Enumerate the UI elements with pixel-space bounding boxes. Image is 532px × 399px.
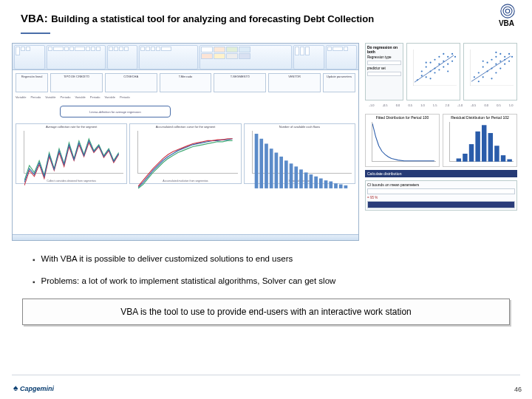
- svg-point-47: [443, 53, 444, 55]
- svg-point-71: [482, 61, 484, 62]
- control-line-label: Regression type: [367, 55, 401, 59]
- title-sub: Building a statistical tool for analyzin…: [51, 13, 374, 24]
- svg-point-1: [503, 7, 512, 16]
- axis-ticks: -1.0-0.50.00.51.01.52.0-1.0-0.50.00.51.0: [365, 103, 517, 111]
- svg-point-39: [447, 56, 449, 58]
- svg-rect-15: [314, 177, 318, 188]
- bullet-text: Problems: a lot of work to implement sta…: [41, 276, 336, 288]
- svg-rect-19: [334, 183, 338, 188]
- svg-point-42: [451, 61, 453, 62]
- svg-point-68: [508, 53, 510, 55]
- svg-point-53: [478, 72, 480, 73]
- svg-rect-21: [344, 185, 347, 188]
- svg-point-43: [454, 56, 456, 58]
- svg-point-48: [447, 70, 449, 72]
- svg-point-27: [421, 70, 423, 72]
- slide-title: VBA: Building a statistical tool for ana…: [0, 0, 532, 30]
- coef-note: = 95 %: [367, 196, 515, 200]
- svg-point-35: [438, 64, 440, 65]
- svg-point-59: [491, 59, 492, 61]
- svg-rect-79: [475, 132, 480, 162]
- footer-divider: [12, 375, 520, 375]
- content-row: Regresión lineal TIPO DE CREDITO COSECHA…: [0, 34, 532, 241]
- svg-point-54: [482, 76, 484, 78]
- svg-point-58: [491, 67, 492, 69]
- svg-point-70: [478, 81, 480, 82]
- svg-rect-9: [284, 160, 288, 188]
- chart-title: Number of available cash flows: [245, 124, 355, 129]
- bullet-item: Problems: a lot of work to implement sta…: [33, 276, 505, 288]
- svg-point-52: [474, 76, 475, 78]
- control-line-label: predictor set: [367, 66, 401, 70]
- svg-point-32: [434, 67, 435, 69]
- corner-vba-label: VBA: [499, 19, 514, 27]
- svg-rect-17: [324, 180, 327, 188]
- output-text: Linear-definition for average regression: [89, 110, 141, 114]
- excel-screenshot: Regresión lineal TIPO DE CREDITO COSECHA…: [12, 43, 359, 241]
- svg-point-69: [511, 56, 513, 58]
- control-title: Do regression on both: [367, 45, 401, 54]
- dist-title: Fitted Distribution for Period 100: [366, 115, 439, 120]
- bullet-item: With VBA it is possible to deliver custo…: [33, 254, 505, 266]
- panel-label: COSECHA: [106, 75, 156, 78]
- svg-point-56: [487, 70, 488, 72]
- svg-rect-10: [289, 163, 293, 188]
- svg-rect-16: [319, 178, 323, 188]
- scatter-plot-right: [463, 43, 517, 100]
- chart-accumulated: Accumulated collection curve for the seg…: [129, 123, 241, 184]
- svg-point-30: [430, 70, 432, 72]
- capgemini-logo: ♠ Capgemini: [13, 383, 54, 393]
- svg-point-29: [426, 66, 427, 68]
- panel-label: TIPO DE CREDITO: [52, 75, 101, 78]
- callout-text: VBA is the tool to use to provide end-us…: [120, 307, 412, 317]
- spade-icon: ♠: [13, 383, 18, 393]
- svg-point-44: [426, 62, 427, 64]
- control-field: [367, 61, 401, 65]
- target-icon: [499, 3, 516, 19]
- svg-point-57: [487, 62, 488, 64]
- svg-rect-3: [254, 134, 258, 188]
- excel-ribbon: [13, 44, 358, 70]
- svg-rect-77: [463, 154, 467, 162]
- panel-label: VENTOR: [270, 75, 319, 78]
- svg-rect-83: [501, 155, 505, 162]
- bullet-text: With VBA it is possible to deliver custo…: [41, 254, 293, 266]
- svg-rect-13: [304, 172, 307, 188]
- chart-title: Average collection rate for the segment: [16, 124, 126, 129]
- panel-label: Update parameters: [324, 75, 354, 78]
- svg-point-55: [482, 66, 484, 68]
- svg-point-67: [508, 61, 510, 62]
- title-main: VBA:: [21, 12, 48, 24]
- excel-param-row: VariablePeriodoVariablePeriodoVariablePe…: [16, 95, 355, 103]
- svg-point-33: [434, 59, 435, 61]
- excel-status-bar: [13, 234, 358, 240]
- svg-rect-7: [274, 153, 278, 188]
- svg-rect-14: [309, 174, 313, 188]
- coef-box: CI bounds on mean parameters = 95 %: [365, 180, 517, 211]
- svg-rect-81: [488, 133, 493, 162]
- svg-rect-78: [469, 144, 474, 162]
- output-box: Linear-definition for average regression: [60, 106, 171, 117]
- svg-point-26: [421, 75, 423, 76]
- svg-rect-84: [507, 160, 511, 162]
- excel-chart-row: Average collection rate for the segment …: [16, 123, 355, 184]
- svg-point-34: [434, 72, 435, 73]
- svg-point-37: [443, 61, 444, 62]
- svg-rect-6: [269, 149, 273, 188]
- right-column: Do regression on both Regression type pr…: [365, 43, 517, 241]
- svg-point-2: [505, 9, 510, 13]
- svg-rect-80: [482, 125, 486, 161]
- svg-rect-5: [265, 143, 268, 188]
- svg-point-64: [499, 53, 501, 55]
- svg-point-45: [430, 78, 432, 79]
- svg-point-25: [417, 79, 418, 81]
- chart-avg-collection: Average collection rate for the segment …: [16, 123, 127, 184]
- callout-box: VBA is the tool to use to provide end-us…: [22, 299, 510, 325]
- svg-point-38: [443, 66, 444, 68]
- coef-title-bar: Calculate distribution: [365, 170, 517, 177]
- panel-label: T.SEGMENTO: [215, 75, 265, 78]
- svg-point-65: [504, 64, 505, 65]
- svg-rect-76: [457, 158, 461, 161]
- svg-point-28: [426, 76, 427, 78]
- svg-point-31: [430, 62, 432, 64]
